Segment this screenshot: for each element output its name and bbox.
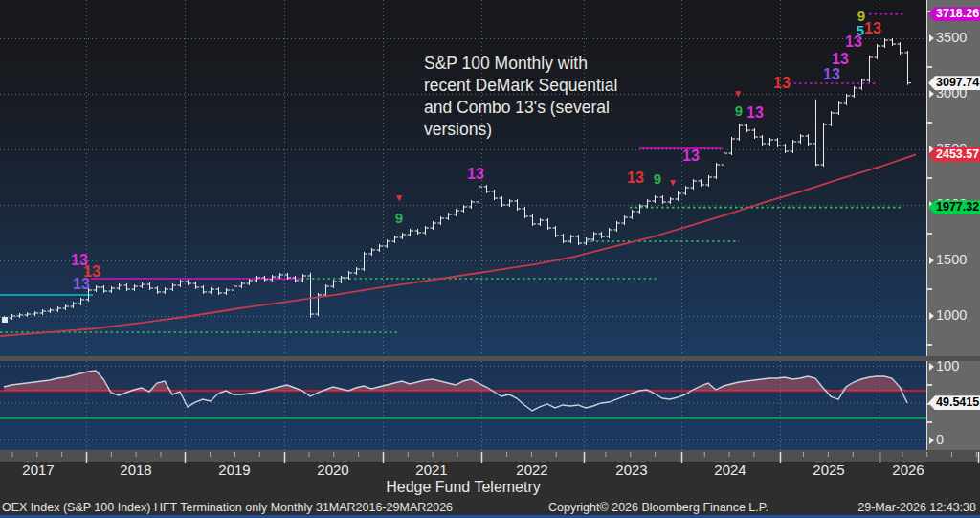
axis-minor-tick: [927, 233, 932, 235]
moving-average-line: [0, 154, 916, 336]
year-label: 2019: [218, 462, 250, 478]
tick-arrow-icon: [929, 34, 934, 42]
price-tick-label: 1000: [929, 307, 967, 323]
axis-minor-tick: [927, 288, 932, 290]
bloomberg-chart-window: 1313139▼13139▼13▼913131313135913 S&P 100…: [0, 0, 980, 518]
demark-count-label: 13: [823, 66, 840, 82]
axis-minor-tick: [927, 122, 932, 124]
sell-arrow-icon: ▼: [733, 88, 743, 99]
demark-count-label: 5: [857, 22, 864, 38]
demark-count-label: 13: [467, 166, 484, 182]
tick-arrow-icon: [929, 437, 934, 444]
security-description: OEX Index (S&P 100 Index) HFT Terminatio…: [2, 501, 453, 514]
time-axis-labels: 2017201820192020202120222023202420252026: [0, 462, 980, 478]
year-label: 2021: [415, 462, 447, 478]
axis-minor-tick: [927, 177, 932, 179]
main-price-panel: 1313139▼13139▼13▼913131313135913 S&P 100…: [0, 0, 926, 356]
demark-count-label: 13: [773, 75, 791, 91]
year-label: 2026: [892, 462, 924, 478]
year-label: 2025: [813, 462, 844, 478]
tick-arrow-icon: [929, 312, 934, 320]
watermark-label: Hedge Fund Telemetry: [0, 479, 926, 496]
demark-count-label: 9: [395, 210, 403, 226]
tick-arrow-icon: [929, 257, 934, 264]
year-label: 2017: [22, 462, 54, 478]
axis-minor-tick: [927, 344, 932, 346]
chart-annotation-title: S&P 100 Monthly withrecent DeMark Sequen…: [424, 53, 617, 141]
osc-value-flag: 49.5415: [928, 395, 980, 410]
price-tick-label: 3500: [929, 30, 967, 45]
price-flag: 3718.26: [928, 7, 980, 21]
time-axis-strip: [0, 450, 980, 462]
price-axis: 3500300025002000150010003718.263097.7424…: [926, 0, 980, 356]
oscillator-canvas[interactable]: [0, 361, 926, 450]
title-line: recent DeMark Sequential: [424, 76, 617, 95]
price-tick-label: 1500: [929, 252, 967, 267]
price-flag: 1977.32: [928, 200, 980, 214]
panel-resize-handle[interactable]: [2, 317, 8, 323]
demark-count-label: 13: [746, 104, 764, 121]
title-line: versions): [424, 120, 492, 139]
sell-arrow-icon: ▼: [668, 177, 678, 188]
year-label: 2024: [714, 462, 746, 478]
osc-tick-label: 0: [929, 432, 944, 447]
demark-count-label: 9: [654, 170, 661, 187]
title-line: S&P 100 Monthly with: [424, 54, 588, 73]
demark-count-label: 13: [627, 169, 644, 186]
title-line: and Combo 13's (several: [424, 98, 610, 117]
demark-count-label: 13: [864, 20, 881, 36]
axis-minor-tick: [927, 384, 932, 386]
copyright-label: Copyright© 2026 Bloomberg Finance L.P.: [548, 501, 768, 514]
price-flag: 3097.74: [928, 76, 980, 90]
footer: OEX Index (S&P 100 Index) HFT Terminatio…: [0, 501, 980, 515]
axis-minor-tick: [927, 421, 932, 423]
oscillator-axis: 100049.5415: [926, 361, 980, 450]
tick-arrow-icon: [929, 90, 934, 98]
axis-minor-tick: [927, 66, 932, 68]
year-label: 2022: [516, 462, 547, 478]
demark-count-label: 13: [682, 147, 700, 164]
sell-arrow-icon: ▼: [394, 192, 404, 203]
demark-count-label: 13: [832, 51, 849, 67]
osc-tick-label: 100: [929, 358, 959, 373]
demark-count-label: 9: [735, 102, 743, 119]
tick-arrow-icon: [929, 363, 934, 371]
price-flag: 2453.57: [928, 147, 980, 162]
oscillator-panel: [0, 361, 926, 450]
demark-count-label: 13: [73, 276, 90, 292]
year-label: 2023: [615, 462, 647, 478]
datetime-label: 29-Mar-2026 12:43:38: [858, 501, 976, 514]
year-label: 2018: [120, 462, 151, 478]
year-label: 2020: [317, 462, 348, 478]
